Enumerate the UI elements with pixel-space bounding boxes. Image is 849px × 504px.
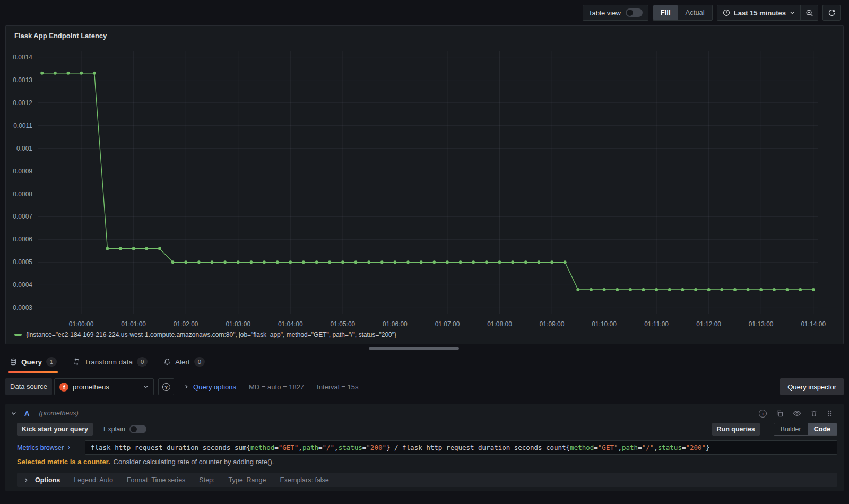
svg-text:0.0006: 0.0006 xyxy=(13,236,32,243)
svg-text:01:02:00: 01:02:00 xyxy=(174,320,198,328)
explain-switch[interactable] xyxy=(129,425,146,433)
chevron-right-icon xyxy=(66,445,71,450)
chart-legend[interactable]: {instance="ec2-184-169-216-224.us-west-1… xyxy=(6,331,843,341)
options-type: Type: Range xyxy=(229,476,266,484)
svg-text:0.0005: 0.0005 xyxy=(13,258,32,266)
options-legend: Legend: Auto xyxy=(74,476,113,484)
options-row[interactable]: Options Legend: Auto Format: Time series… xyxy=(17,473,837,487)
interval-text: Interval = 15s xyxy=(317,383,358,391)
chevron-down-icon xyxy=(790,10,795,15)
query-row-actions: i xyxy=(759,409,833,418)
fill-actual-group: Fill Actual xyxy=(653,5,713,21)
query-field-row: Metrics browser flask_http_request_durat… xyxy=(17,440,837,455)
datasource-picker[interactable]: prometheus xyxy=(54,378,154,395)
code-option[interactable]: Code xyxy=(808,423,837,435)
query-datasource-hint: (prometheus) xyxy=(39,410,78,417)
series-color-swatch xyxy=(14,334,22,336)
svg-text:01:11:00: 01:11:00 xyxy=(644,320,669,328)
svg-text:01:12:00: 01:12:00 xyxy=(696,320,721,328)
svg-text:0.0004: 0.0004 xyxy=(13,281,32,289)
refresh-button[interactable] xyxy=(823,5,840,20)
svg-text:0.001: 0.001 xyxy=(16,145,32,152)
builder-code-group: Builder Code xyxy=(774,423,837,436)
table-view-label: Table view xyxy=(588,9,621,17)
svg-text:01:04:00: 01:04:00 xyxy=(278,320,303,328)
datasource-name: prometheus xyxy=(73,383,139,391)
metrics-browser-label: Metrics browser xyxy=(17,444,64,451)
svg-text:01:13:00: 01:13:00 xyxy=(749,320,774,328)
query-row-header[interactable]: A (prometheus) i xyxy=(5,404,844,423)
editor-tabs: Query 1 Transform data 0 Alert 0 xyxy=(0,353,849,373)
latency-chart[interactable]: 0.00030.00040.00050.00060.00070.00080.00… xyxy=(9,44,845,331)
duplicate-icon[interactable] xyxy=(776,410,784,418)
eye-icon[interactable] xyxy=(793,409,801,418)
database-icon xyxy=(10,358,17,366)
options-format: Format: Time series xyxy=(127,476,185,484)
datasource-row: Data source prometheus ? Query options M… xyxy=(5,378,844,395)
options-exemplars: Exemplars: false xyxy=(280,476,328,484)
warning-rate-link[interactable]: Consider calculating rate of counter by … xyxy=(114,458,274,466)
options-label: Options xyxy=(35,476,60,484)
metrics-browser-toggle[interactable]: Metrics browser xyxy=(17,444,85,451)
table-view-switch[interactable] xyxy=(626,8,643,17)
tab-alert-count: 0 xyxy=(194,357,205,367)
kick-start-query-button[interactable]: Kick start your query xyxy=(17,423,93,436)
tab-transform-count: 0 xyxy=(137,357,148,367)
svg-text:0.0008: 0.0008 xyxy=(13,190,32,198)
fill-option[interactable]: Fill xyxy=(653,5,678,20)
zoom-out-icon xyxy=(805,9,813,17)
refresh-group xyxy=(822,5,841,21)
time-range-label: Last 15 minutes xyxy=(734,9,786,17)
svg-text:0.0009: 0.0009 xyxy=(13,168,32,175)
time-range-button[interactable]: Last 15 minutes xyxy=(717,5,800,20)
trash-icon[interactable] xyxy=(810,410,818,418)
query-ref-name[interactable]: A xyxy=(24,410,29,418)
help-circle-icon: ? xyxy=(162,383,170,391)
max-data-points-text: MD = auto = 1827 xyxy=(249,383,304,391)
svg-text:01:10:00: 01:10:00 xyxy=(592,320,617,328)
svg-text:0.0013: 0.0013 xyxy=(13,76,32,84)
svg-text:0.0012: 0.0012 xyxy=(13,99,32,107)
svg-text:01:07:00: 01:07:00 xyxy=(435,320,460,328)
svg-text:01:00:00: 01:00:00 xyxy=(69,320,94,328)
actual-option[interactable]: Actual xyxy=(678,5,712,20)
panel-resize-handle[interactable] xyxy=(369,347,459,350)
bell-icon xyxy=(163,358,171,366)
run-queries-button[interactable]: Run queries xyxy=(712,423,760,436)
tab-query-count: 1 xyxy=(46,357,57,367)
chevron-right-icon xyxy=(184,384,189,389)
warning-text: Selected metric is a counter. xyxy=(17,458,110,466)
svg-text:0.0014: 0.0014 xyxy=(13,54,32,61)
zoom-out-button[interactable] xyxy=(801,5,818,20)
query-options-toggle[interactable]: Query options MD = auto = 1827 Interval … xyxy=(184,383,358,391)
svg-text:01:05:00: 01:05:00 xyxy=(331,320,356,328)
tab-transform-data[interactable]: Transform data 0 xyxy=(72,353,149,373)
tab-alert[interactable]: Alert 0 xyxy=(162,353,206,373)
svg-text:01:06:00: 01:06:00 xyxy=(383,320,408,328)
tab-transform-label: Transform data xyxy=(84,358,133,366)
datasource-label: Data source xyxy=(5,378,52,395)
explain-label: Explain xyxy=(103,425,125,433)
query-options-label[interactable]: Query options xyxy=(193,383,236,391)
table-view-toggle-group[interactable]: Table view xyxy=(583,5,648,21)
collapse-chevron-icon[interactable] xyxy=(11,410,17,416)
svg-text:01:08:00: 01:08:00 xyxy=(487,320,512,328)
drag-handle-icon[interactable] xyxy=(827,410,833,417)
query-editor-body: Kick start your query Explain Run querie… xyxy=(5,423,844,487)
panel-editor-toolbar: Table view Fill Actual Last 15 minutes xyxy=(0,0,849,25)
tab-query-label: Query xyxy=(21,358,42,366)
query-inspector-button[interactable]: Query inspector xyxy=(780,378,844,395)
query-code[interactable]: flask_http_request_duration_seconds_sum{… xyxy=(85,440,837,455)
svg-text:0.0007: 0.0007 xyxy=(13,213,32,220)
info-circle-icon[interactable]: i xyxy=(759,410,767,418)
svg-text:0.0003: 0.0003 xyxy=(13,304,32,311)
counter-warning: Selected metric is a counter.Consider ca… xyxy=(17,458,837,467)
tab-query[interactable]: Query 1 xyxy=(8,353,58,373)
tab-alert-label: Alert xyxy=(175,358,190,366)
datasource-help-button[interactable]: ? xyxy=(158,378,174,395)
series-label[interactable]: {instance="ec2-184-169-216-224.us-west-1… xyxy=(26,331,396,338)
prometheus-icon xyxy=(59,383,68,392)
query-toolbar: Kick start your query Explain Run querie… xyxy=(17,423,837,436)
builder-option[interactable]: Builder xyxy=(774,423,808,435)
time-picker-group: Last 15 minutes xyxy=(717,5,818,21)
